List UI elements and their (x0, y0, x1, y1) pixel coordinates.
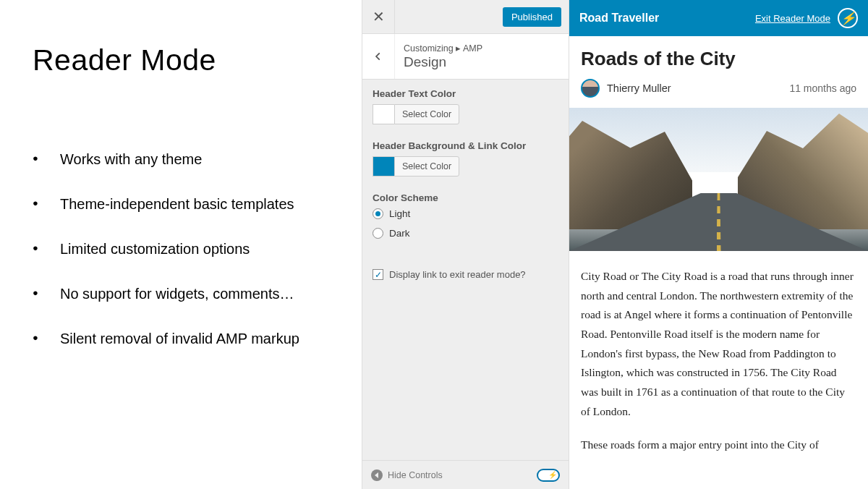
radio-icon (373, 228, 383, 239)
amp-icon: ⚡ (838, 8, 858, 28)
header-text-color-label: Header Text Color (373, 88, 558, 99)
header-text-color-control: Select Color (373, 104, 558, 124)
slide-bullet: No support for widgets, comments… (33, 284, 362, 303)
preview-panel: Road Traveller Exit Reader Mode ⚡ Roads … (569, 0, 868, 489)
back-button[interactable] (362, 34, 395, 79)
section-header: Customizing ▸ AMP Design (362, 34, 569, 80)
radio-option-light[interactable]: Light (373, 208, 558, 219)
slide-bullet: Works with any theme (33, 150, 362, 169)
select-color-button[interactable]: Select Color (394, 104, 459, 124)
exit-reader-mode-link[interactable]: Exit Reader Mode (755, 13, 830, 24)
radio-label: Light (389, 208, 410, 219)
slide-bullet: Silent removal of invalid AMP markup (33, 329, 362, 348)
slide-bullet: Limited customization options (33, 239, 362, 258)
exit-area: Exit Reader Mode ⚡ (755, 8, 858, 28)
slide-title: Reader Mode (33, 43, 362, 77)
color-swatch[interactable] (373, 104, 394, 124)
hide-controls-button[interactable]: Hide Controls (371, 469, 443, 481)
timestamp: 11 months ago (789, 82, 856, 94)
article-paragraph: These roads form a major entry point int… (581, 435, 856, 455)
hide-controls-label: Hide Controls (388, 470, 443, 480)
article-body: City Road or The City Road is a road tha… (569, 251, 868, 469)
slide-bullet-list: Works with any theme Theme-independent b… (33, 150, 362, 348)
checkbox-label: Display link to exit reader mode? (389, 269, 526, 280)
site-title: Road Traveller (579, 12, 659, 25)
amp-toggle[interactable] (537, 469, 560, 482)
collapse-icon (371, 469, 383, 481)
slide-bullet: Theme-independent basic templates (33, 195, 362, 213)
slide-panel: Reader Mode Works with any theme Theme-i… (0, 0, 362, 489)
breadcrumb: Customizing ▸ AMP (404, 43, 482, 54)
radio-label: Dark (389, 228, 410, 239)
article-title: Roads of the City (581, 48, 856, 70)
preview-header: Road Traveller Exit Reader Mode ⚡ (569, 0, 868, 36)
hero-image (569, 108, 868, 251)
published-button[interactable]: Published (503, 7, 561, 27)
section-labels: Customizing ▸ AMP Design (395, 35, 491, 77)
radio-option-dark[interactable]: Dark (373, 228, 558, 239)
close-button[interactable]: ✕ (362, 0, 395, 34)
customizer-panel: ✕ Published Customizing ▸ AMP Design Hea… (362, 0, 569, 489)
chevron-left-icon (373, 51, 383, 61)
checkbox-icon: ✓ (373, 269, 383, 280)
section-title: Design (404, 54, 482, 70)
article-meta: Thierry Muller 11 months ago (581, 79, 856, 98)
select-color-button[interactable]: Select Color (394, 156, 459, 177)
close-icon: ✕ (373, 8, 385, 25)
customizer-footer: Hide Controls (362, 460, 569, 489)
article-paragraph: City Road or The City Road is a road tha… (581, 267, 856, 421)
article: Roads of the City Thierry Muller 11 mont… (569, 36, 868, 108)
exit-link-checkbox[interactable]: ✓ Display link to exit reader mode? (373, 256, 558, 280)
color-swatch[interactable] (373, 156, 394, 177)
header-bg-color-label: Header Background & Link Color (373, 140, 558, 151)
radio-icon (373, 208, 383, 219)
avatar (581, 79, 600, 98)
author-block: Thierry Muller (581, 79, 671, 98)
header-bg-color-control: Select Color (373, 156, 558, 177)
author-name: Thierry Muller (607, 82, 671, 94)
color-scheme-label: Color Scheme (373, 192, 558, 203)
color-scheme-radio-group: Light Dark (373, 208, 558, 239)
customizer-topbar: ✕ Published (362, 0, 569, 34)
customizer-body: Header Text Color Select Color Header Ba… (362, 80, 569, 460)
